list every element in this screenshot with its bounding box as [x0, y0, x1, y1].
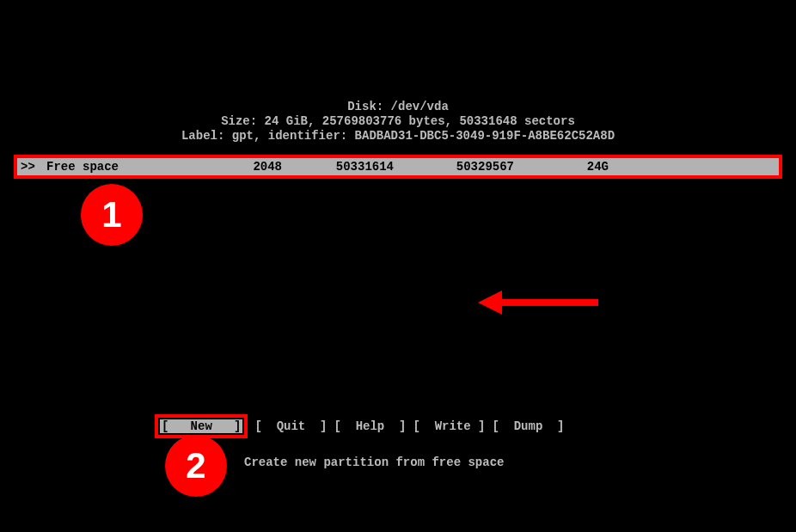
- hint-text: Create new partition from free space: [244, 456, 504, 469]
- row-start: 2048: [187, 160, 282, 174]
- menu-new-button[interactable]: [ New ]: [160, 419, 242, 433]
- annotation-badge-1: 1: [81, 184, 143, 246]
- menu-write-button[interactable]: [ Write ]: [413, 419, 485, 433]
- menu-help-button[interactable]: [ Help ]: [334, 419, 406, 433]
- partition-row-selected[interactable]: >> Free space 2048 50331614 50329567 24G: [14, 155, 782, 179]
- row-size: 24G: [514, 160, 609, 174]
- menu-dump-button[interactable]: [ Dump ]: [492, 419, 564, 433]
- row-marker: >>: [21, 160, 41, 174]
- row-sectors: 50329567: [394, 160, 514, 174]
- menu-quit-button[interactable]: [ Quit ]: [254, 419, 327, 433]
- disk-label: Disk: /dev/vda: [0, 100, 796, 114]
- menu-bar: [ New ] [ Quit ] [ Help ] [ Write ] [ Du…: [155, 414, 564, 438]
- row-device: Free space: [41, 160, 187, 174]
- row-end: 50331614: [282, 160, 394, 174]
- partition-label: Label: gpt, identifier: BADBAD31-DBC5-30…: [0, 129, 796, 144]
- annotation-badge-2: 2: [165, 435, 227, 497]
- size-label: Size: 24 GiB, 25769803776 bytes, 5033164…: [0, 114, 796, 129]
